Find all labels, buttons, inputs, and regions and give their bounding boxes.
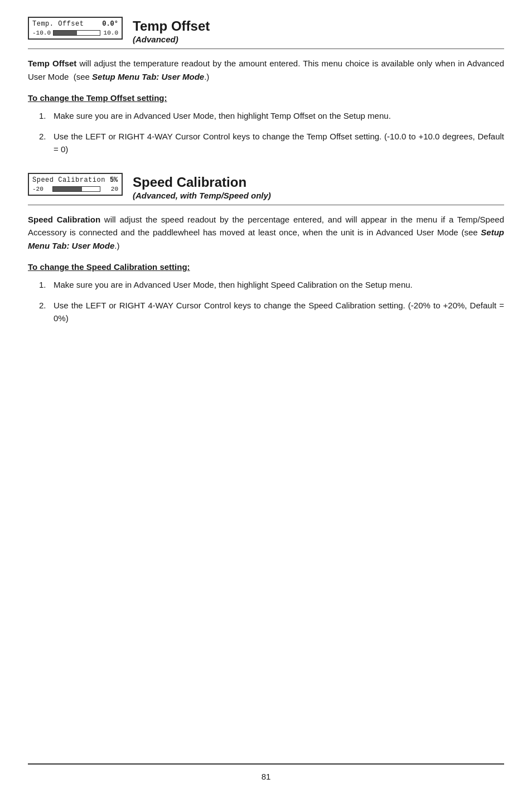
speed-calibration-step-2: 2. Use the LEFT or RIGHT 4-WAY Cursor Co…: [39, 299, 504, 325]
temp-offset-steps: 1. Make sure you are in Advanced User Mo…: [39, 109, 504, 156]
widget-max-temp: 10.0: [103, 30, 118, 36]
temp-offset-header-row: Temp. Offset 0.0° -10.0 10.0 Temp Offset…: [28, 17, 504, 44]
temp-offset-section: Temp. Offset 0.0° -10.0 10.0 Temp Offset…: [28, 17, 504, 156]
bottom-rule: [28, 763, 504, 765]
temp-offset-divider: [28, 49, 504, 49]
temp-offset-step-1: 1. Make sure you are in Advanced User Mo…: [39, 109, 504, 122]
temp-offset-title-block: Temp Offset (Advanced): [133, 17, 210, 44]
speed-calibration-section: Speed Calibration 5% -20 20 Speed Calibr…: [28, 173, 504, 325]
widget-bar-speed: [52, 186, 100, 192]
widget-label-temp: Temp. Offset: [32, 20, 84, 28]
widget-min-temp: -10.0: [32, 30, 51, 36]
speed-calibration-header-row: Speed Calibration 5% -20 20 Speed Calibr…: [28, 173, 504, 200]
speed-calibration-body: Speed Calibration will adjust the speed …: [28, 213, 504, 252]
speed-calibration-step-1: 1. Make sure you are in Advanced User Mo…: [39, 278, 504, 291]
widget-label-speed: Speed Calibration: [32, 176, 105, 184]
widget-bar-fill-temp: [54, 31, 76, 35]
speed-calibration-divider: [28, 205, 504, 205]
temp-offset-subheading: To change the Temp Offset setting:: [28, 93, 504, 103]
speed-calibration-title-block: Speed Calibration (Advanced, with Temp/S…: [133, 173, 271, 200]
widget-bar-fill-speed: [53, 187, 82, 191]
temp-offset-subtitle: (Advanced): [133, 35, 210, 44]
temp-offset-title: Temp Offset: [133, 19, 210, 33]
widget-value-speed: 5%: [110, 176, 118, 184]
widget-min-speed: -20: [32, 186, 50, 192]
widget-value-temp: 0.0°: [102, 20, 118, 28]
temp-offset-body: Temp Offset will adjust the temperature …: [28, 57, 504, 83]
speed-calibration-widget: Speed Calibration 5% -20 20: [28, 173, 123, 196]
widget-max-speed: 20: [103, 186, 118, 192]
speed-calibration-steps: 1. Make sure you are in Advanced User Mo…: [39, 278, 504, 325]
temp-offset-step-2: 2. Use the LEFT or RIGHT 4-WAY Cursor Co…: [39, 130, 504, 156]
speed-calibration-subtitle: (Advanced, with Temp/Speed only): [133, 191, 271, 200]
temp-offset-widget: Temp. Offset 0.0° -10.0 10.0: [28, 17, 123, 40]
speed-calibration-title: Speed Calibration: [133, 175, 271, 190]
widget-bar-temp: [53, 30, 100, 36]
page-number: 81: [0, 772, 532, 781]
speed-calibration-subheading: To change the Speed Calibration setting:: [28, 262, 504, 272]
